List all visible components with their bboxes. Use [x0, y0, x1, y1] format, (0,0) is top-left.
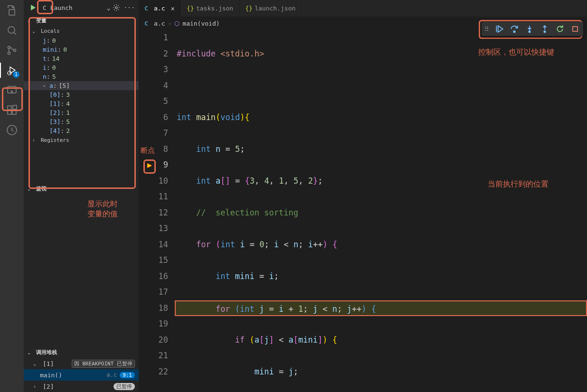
- var-row[interactable]: t:14: [24, 54, 139, 63]
- svg-point-4: [14, 49, 16, 52]
- json-file-icon: {}: [245, 5, 252, 12]
- activity-bar: 1: [0, 0, 24, 392]
- tab-bar: Ca.c× {}tasks.json {}launch.json: [139, 0, 587, 17]
- chevron-down-icon[interactable]: ⌄: [107, 4, 111, 11]
- code-editor[interactable]: 12345678910111213141516171819202122 #inc…: [139, 30, 587, 392]
- anno-breakpoint: 断点: [141, 146, 155, 155]
- debug-icon[interactable]: 1: [5, 64, 19, 77]
- breakpoint-indicator[interactable]: [146, 162, 153, 169]
- more-icon[interactable]: ···: [124, 4, 135, 11]
- var-row-array[interactable]: ⌄a:[5]: [24, 81, 139, 90]
- svg-rect-17: [573, 27, 578, 31]
- search-icon[interactable]: [5, 24, 19, 37]
- source-control-icon[interactable]: [5, 44, 19, 57]
- c-file-icon: C: [144, 20, 151, 27]
- debug-sidebar: C Launch ⌄ ··· ⌄变量 ⌄Locals j:0 mini:0 t:…: [24, 0, 139, 392]
- locals-header[interactable]: ⌄Locals: [24, 26, 139, 36]
- close-icon[interactable]: ×: [170, 5, 174, 12]
- remote-icon[interactable]: [5, 84, 19, 97]
- step-over-button[interactable]: [509, 24, 520, 34]
- callstack-thread[interactable]: ⌄[1]因 BREAKPOINT 已暂停: [24, 358, 139, 369]
- svg-point-14: [513, 31, 515, 32]
- var-row[interactable]: [0]:3: [24, 90, 139, 99]
- stop-button[interactable]: [570, 24, 580, 34]
- svg-point-15: [529, 31, 530, 32]
- tab-a-c[interactable]: Ca.c×: [139, 0, 181, 17]
- var-row[interactable]: j:0: [24, 36, 139, 45]
- svg-rect-10: [12, 111, 16, 114]
- gutter: 12345678910111213141516171819202122: [139, 30, 177, 392]
- callstack-frame[interactable]: main()a.c9:1: [24, 369, 139, 381]
- svg-point-1: [8, 27, 15, 33]
- callstack-header[interactable]: ⌄调用堆栈: [24, 347, 139, 358]
- accounts-icon[interactable]: [5, 123, 19, 137]
- step-out-button[interactable]: [540, 24, 550, 34]
- code-content: #include <stdio.h> int main(void){ int n…: [177, 30, 587, 392]
- extensions-icon[interactable]: [5, 103, 19, 117]
- svg-point-13: [115, 7, 117, 9]
- step-into-button[interactable]: [524, 24, 535, 34]
- config-name[interactable]: C Launch: [41, 4, 105, 11]
- restart-button[interactable]: [555, 24, 565, 34]
- callstack-thread[interactable]: ›[2]已暂停: [24, 381, 139, 392]
- var-row[interactable]: [1]:4: [24, 99, 139, 108]
- var-row[interactable]: mini:0: [24, 45, 139, 54]
- var-row[interactable]: [2]:1: [24, 108, 139, 117]
- var-row[interactable]: n:5: [24, 72, 139, 81]
- svg-rect-8: [8, 106, 11, 110]
- anno-current: 当前执行到的位置: [488, 179, 549, 189]
- callstack-section: ⌄调用堆栈 ⌄[1]因 BREAKPOINT 已暂停 main()a.c9:1 …: [24, 347, 139, 392]
- debug-toolbar: ⠿: [482, 22, 583, 36]
- anno-control: 控制区，也可以快捷键: [478, 47, 554, 57]
- grip-icon[interactable]: ⠿: [484, 26, 489, 33]
- svg-point-7: [11, 91, 13, 93]
- svg-rect-11: [13, 105, 17, 109]
- watch-section: ⌄监视: [24, 183, 139, 194]
- start-debug-button[interactable]: [28, 2, 39, 13]
- c-file-icon: C: [144, 5, 151, 12]
- var-row[interactable]: [4]:2: [24, 126, 139, 135]
- registers-header[interactable]: ›Registers: [24, 135, 139, 145]
- cube-icon: ⬡: [174, 20, 180, 27]
- svg-point-16: [544, 31, 545, 32]
- variables-header[interactable]: ⌄变量: [24, 15, 139, 26]
- svg-rect-9: [8, 111, 11, 114]
- gear-icon[interactable]: [113, 4, 120, 11]
- svg-point-3: [8, 52, 10, 55]
- tab-tasks-json[interactable]: {}tasks.json: [181, 0, 239, 17]
- svg-point-2: [8, 47, 10, 49]
- svg-rect-0: [9, 9, 15, 15]
- var-row[interactable]: [3]:5: [24, 117, 139, 126]
- json-file-icon: {}: [187, 5, 193, 12]
- var-row[interactable]: i:0: [24, 63, 139, 72]
- watch-header[interactable]: ⌄监视: [24, 183, 139, 194]
- editor-area: Ca.c× {}tasks.json {}launch.json C a.c ›…: [139, 0, 587, 392]
- continue-button[interactable]: [494, 24, 504, 34]
- debug-config-header: C Launch ⌄ ···: [24, 0, 139, 15]
- anno-vars: 显示此时 变量的值: [87, 199, 118, 219]
- tab-launch-json[interactable]: {}launch.json: [239, 0, 302, 17]
- variables-section: ⌄变量 ⌄Locals j:0 mini:0 t:14 i:0 n:5 ⌄a:[…: [24, 15, 139, 145]
- debug-badge: 1: [13, 71, 19, 78]
- explorer-icon[interactable]: [5, 4, 19, 17]
